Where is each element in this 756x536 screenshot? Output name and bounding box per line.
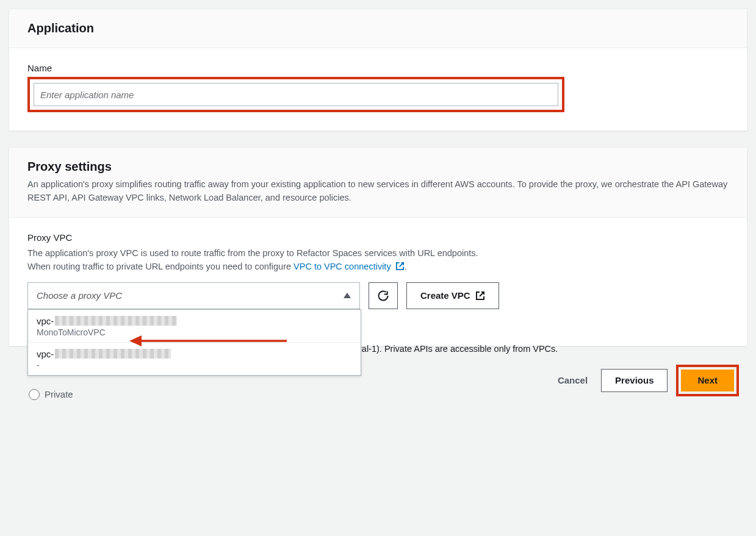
refresh-icon [377, 290, 389, 302]
vpc-connectivity-link[interactable]: VPC to VPC connectivity [293, 262, 405, 271]
create-vpc-button[interactable]: Create VPC [406, 282, 499, 309]
vpc-option-2-id-prefix: vpc- [37, 349, 54, 359]
vpc-option-1-name: MonoToMicroVPC [37, 327, 352, 337]
previous-button[interactable]: Previous [601, 369, 668, 392]
cancel-button[interactable]: Cancel [553, 369, 592, 391]
next-button[interactable]: Next [681, 370, 734, 391]
proxy-panel-header: Proxy settings An application's proxy si… [9, 148, 747, 218]
proxy-vpc-help-2: When routing traffic to private URL endp… [27, 260, 729, 273]
vpc-option-1-id-prefix: vpc- [37, 316, 54, 326]
next-highlight-annotation: Next [676, 365, 739, 396]
external-link-icon [395, 262, 405, 271]
vpc-option-2-name: - [37, 360, 352, 370]
chevron-up-icon [344, 293, 351, 298]
proxy-description: An application's proxy simplifies routin… [27, 177, 729, 205]
application-title: Application [27, 21, 729, 35]
redacted-text [55, 316, 177, 326]
private-radio[interactable] [29, 389, 40, 400]
proxy-vpc-select[interactable]: Choose a proxy VPC vpc- MonoToMicroVPC [27, 282, 360, 309]
refresh-button[interactable] [369, 282, 398, 309]
proxy-title: Proxy settings [27, 160, 729, 174]
name-highlight-annotation [27, 77, 564, 112]
application-panel: Application Name [9, 9, 747, 131]
redacted-text [55, 349, 171, 359]
proxy-vpc-dropdown: vpc- MonoToMicroVPC vpc- - [27, 309, 361, 376]
proxy-settings-panel: Proxy settings An application's proxy si… [9, 147, 747, 346]
name-label: Name [27, 63, 729, 73]
proxy-vpc-help-1: The application's proxy VPC is used to r… [27, 246, 729, 260]
vpc-option-1[interactable]: vpc- MonoToMicroVPC [28, 310, 361, 343]
application-name-input[interactable] [34, 83, 558, 106]
private-radio-label: Private [45, 389, 73, 399]
vpc-option-2[interactable]: vpc- - [28, 343, 361, 375]
region-hint-partial: ral-1). Private APIs are accessible only… [359, 344, 558, 354]
proxy-vpc-label: Proxy VPC [27, 232, 729, 243]
proxy-vpc-select-placeholder: Choose a proxy VPC [37, 290, 122, 301]
external-link-icon [475, 291, 485, 301]
application-panel-header: Application [9, 9, 747, 48]
